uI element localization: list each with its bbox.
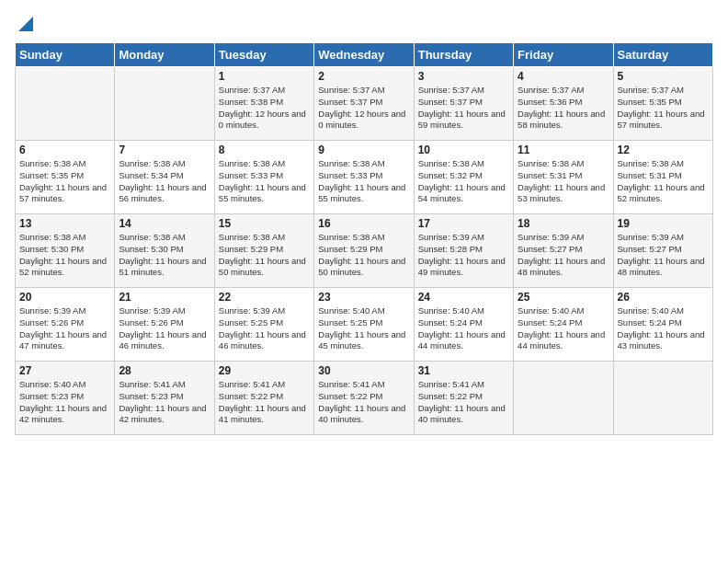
weekday-tuesday: Tuesday xyxy=(214,43,313,67)
day-cell-10: 10Sunrise: 5:38 AMSunset: 5:32 PMDayligh… xyxy=(414,141,513,214)
header xyxy=(15,15,713,33)
sunrise-text: Sunrise: 5:39 AM xyxy=(119,305,210,317)
daylight-text: Daylight: 11 hours and 55 minutes. xyxy=(318,182,409,206)
sunset-text: Sunset: 5:25 PM xyxy=(318,317,409,329)
daylight-text: Daylight: 11 hours and 40 minutes. xyxy=(418,403,509,427)
sunset-text: Sunset: 5:26 PM xyxy=(19,317,110,329)
week-row-3: 13Sunrise: 5:38 AMSunset: 5:30 PMDayligh… xyxy=(16,214,713,288)
sunset-text: Sunset: 5:38 PM xyxy=(219,97,310,109)
daylight-text: Daylight: 12 hours and 0 minutes. xyxy=(219,109,310,132)
daylight-text: Daylight: 11 hours and 52 minutes. xyxy=(19,256,110,280)
daylight-text: Daylight: 11 hours and 53 minutes. xyxy=(518,182,609,206)
daylight-text: Daylight: 11 hours and 57 minutes. xyxy=(19,182,110,206)
day-number: 17 xyxy=(418,217,509,230)
svg-marker-0 xyxy=(18,17,33,31)
sunset-text: Sunset: 5:32 PM xyxy=(418,170,509,182)
day-detail: Sunrise: 5:37 AMSunset: 5:35 PMDaylight:… xyxy=(618,85,709,132)
daylight-text: Daylight: 11 hours and 55 minutes. xyxy=(219,182,310,206)
day-cell-27: 27Sunrise: 5:40 AMSunset: 5:23 PMDayligh… xyxy=(16,362,115,435)
sunset-text: Sunset: 5:27 PM xyxy=(618,244,709,256)
day-cell-20: 20Sunrise: 5:39 AMSunset: 5:26 PMDayligh… xyxy=(16,288,115,362)
daylight-text: Daylight: 11 hours and 42 minutes. xyxy=(19,403,110,427)
day-number: 5 xyxy=(618,70,709,83)
weekday-friday: Friday xyxy=(514,43,613,67)
sunrise-text: Sunrise: 5:38 AM xyxy=(19,232,110,244)
day-cell-12: 12Sunrise: 5:38 AMSunset: 5:31 PMDayligh… xyxy=(613,141,712,214)
day-number: 12 xyxy=(618,144,709,156)
day-cell-4: 4Sunrise: 5:37 AMSunset: 5:36 PMDaylight… xyxy=(514,67,613,141)
day-cell-5: 5Sunrise: 5:37 AMSunset: 5:35 PMDaylight… xyxy=(613,67,712,141)
day-cell-28: 28Sunrise: 5:41 AMSunset: 5:23 PMDayligh… xyxy=(115,362,214,435)
day-detail: Sunrise: 5:40 AMSunset: 5:24 PMDaylight:… xyxy=(418,305,509,352)
day-detail: Sunrise: 5:39 AMSunset: 5:27 PMDaylight:… xyxy=(518,232,609,279)
sunset-text: Sunset: 5:23 PM xyxy=(119,391,210,403)
sunrise-text: Sunrise: 5:38 AM xyxy=(119,232,210,244)
day-detail: Sunrise: 5:38 AMSunset: 5:31 PMDaylight:… xyxy=(618,158,709,205)
daylight-text: Daylight: 11 hours and 42 minutes. xyxy=(119,403,210,427)
day-cell-2: 2Sunrise: 5:37 AMSunset: 5:37 PMDaylight… xyxy=(314,67,414,141)
daylight-text: Daylight: 11 hours and 47 minutes. xyxy=(19,329,110,353)
page: SundayMondayTuesdayWednesdayThursdayFrid… xyxy=(0,0,728,563)
day-number: 6 xyxy=(19,144,110,156)
day-number: 13 xyxy=(19,217,110,230)
day-number: 2 xyxy=(318,70,409,83)
day-cell-22: 22Sunrise: 5:39 AMSunset: 5:25 PMDayligh… xyxy=(214,288,313,362)
day-cell-26: 26Sunrise: 5:40 AMSunset: 5:24 PMDayligh… xyxy=(613,288,712,362)
daylight-text: Daylight: 11 hours and 48 minutes. xyxy=(618,256,709,280)
day-detail: Sunrise: 5:40 AMSunset: 5:25 PMDaylight:… xyxy=(318,305,409,352)
sunrise-text: Sunrise: 5:39 AM xyxy=(19,305,110,317)
sunset-text: Sunset: 5:30 PM xyxy=(19,244,110,256)
sunrise-text: Sunrise: 5:41 AM xyxy=(318,379,409,391)
sunset-text: Sunset: 5:24 PM xyxy=(618,317,709,329)
day-number: 27 xyxy=(19,364,110,377)
day-detail: Sunrise: 5:41 AMSunset: 5:23 PMDaylight:… xyxy=(119,379,210,426)
day-number: 26 xyxy=(618,291,709,304)
day-number: 15 xyxy=(219,217,310,230)
sunrise-text: Sunrise: 5:41 AM xyxy=(119,379,210,391)
day-number: 18 xyxy=(518,217,609,230)
week-row-5: 27Sunrise: 5:40 AMSunset: 5:23 PMDayligh… xyxy=(16,362,713,435)
day-detail: Sunrise: 5:41 AMSunset: 5:22 PMDaylight:… xyxy=(418,379,509,426)
day-detail: Sunrise: 5:40 AMSunset: 5:24 PMDaylight:… xyxy=(618,305,709,352)
weekday-thursday: Thursday xyxy=(414,43,513,67)
weekday-sunday: Sunday xyxy=(16,43,115,67)
sunrise-text: Sunrise: 5:40 AM xyxy=(518,305,609,317)
day-detail: Sunrise: 5:41 AMSunset: 5:22 PMDaylight:… xyxy=(219,379,310,426)
sunset-text: Sunset: 5:30 PM xyxy=(119,244,210,256)
sunset-text: Sunset: 5:26 PM xyxy=(119,317,210,329)
empty-cell xyxy=(115,67,214,141)
day-cell-6: 6Sunrise: 5:38 AMSunset: 5:35 PMDaylight… xyxy=(16,141,115,214)
sunrise-text: Sunrise: 5:37 AM xyxy=(219,85,310,97)
day-cell-16: 16Sunrise: 5:38 AMSunset: 5:29 PMDayligh… xyxy=(314,214,414,288)
day-number: 9 xyxy=(318,144,409,156)
daylight-text: Daylight: 11 hours and 50 minutes. xyxy=(219,256,310,280)
day-cell-30: 30Sunrise: 5:41 AMSunset: 5:22 PMDayligh… xyxy=(314,362,414,435)
day-cell-19: 19Sunrise: 5:39 AMSunset: 5:27 PMDayligh… xyxy=(613,214,712,288)
empty-cell xyxy=(514,362,613,435)
weekday-wednesday: Wednesday xyxy=(314,43,414,67)
day-cell-21: 21Sunrise: 5:39 AMSunset: 5:26 PMDayligh… xyxy=(115,288,214,362)
sunrise-text: Sunrise: 5:38 AM xyxy=(318,158,409,170)
day-detail: Sunrise: 5:38 AMSunset: 5:34 PMDaylight:… xyxy=(119,158,210,205)
day-cell-24: 24Sunrise: 5:40 AMSunset: 5:24 PMDayligh… xyxy=(414,288,513,362)
daylight-text: Daylight: 11 hours and 43 minutes. xyxy=(618,329,709,353)
day-detail: Sunrise: 5:38 AMSunset: 5:32 PMDaylight:… xyxy=(418,158,509,205)
day-cell-14: 14Sunrise: 5:38 AMSunset: 5:30 PMDayligh… xyxy=(115,214,214,288)
day-cell-15: 15Sunrise: 5:38 AMSunset: 5:29 PMDayligh… xyxy=(214,214,313,288)
empty-cell xyxy=(16,67,115,141)
daylight-text: Daylight: 11 hours and 44 minutes. xyxy=(518,329,609,353)
day-cell-9: 9Sunrise: 5:38 AMSunset: 5:33 PMDaylight… xyxy=(314,141,414,214)
daylight-text: Daylight: 11 hours and 50 minutes. xyxy=(318,256,409,280)
empty-cell xyxy=(613,362,712,435)
sunrise-text: Sunrise: 5:39 AM xyxy=(618,232,709,244)
logo xyxy=(15,15,35,33)
day-detail: Sunrise: 5:38 AMSunset: 5:30 PMDaylight:… xyxy=(19,232,110,279)
day-cell-7: 7Sunrise: 5:38 AMSunset: 5:34 PMDaylight… xyxy=(115,141,214,214)
day-cell-1: 1Sunrise: 5:37 AMSunset: 5:38 PMDaylight… xyxy=(214,67,313,141)
day-number: 25 xyxy=(518,291,609,304)
sunrise-text: Sunrise: 5:38 AM xyxy=(19,158,110,170)
day-number: 10 xyxy=(418,144,509,156)
sunrise-text: Sunrise: 5:38 AM xyxy=(618,158,709,170)
daylight-text: Daylight: 11 hours and 59 minutes. xyxy=(418,109,509,132)
day-detail: Sunrise: 5:38 AMSunset: 5:33 PMDaylight:… xyxy=(318,158,409,205)
